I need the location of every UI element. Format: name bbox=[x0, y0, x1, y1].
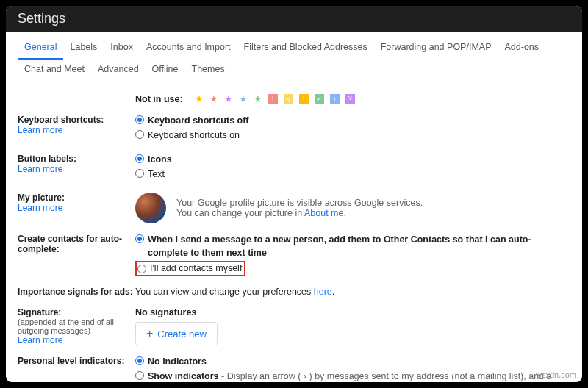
star-icon[interactable]: ★ bbox=[239, 93, 248, 104]
learn-more-link[interactable]: Learn more bbox=[18, 335, 135, 345]
tab-advanced[interactable]: Advanced bbox=[91, 60, 146, 82]
not-in-use-label: Not in use: bbox=[135, 94, 183, 104]
tab-offline[interactable]: Offline bbox=[146, 60, 185, 82]
settings-content: Not in use: ★★★★★!»!✓i? Keyboard shortcu… bbox=[6, 82, 582, 382]
picture-desc-1: Your Google profile picture is visible a… bbox=[176, 198, 423, 208]
radio-shortcuts-off[interactable] bbox=[135, 115, 144, 124]
radio-add-contacts-myself[interactable] bbox=[137, 265, 146, 273]
star-icon[interactable]: ★ bbox=[195, 93, 204, 104]
star-icon[interactable]: ★ bbox=[254, 93, 262, 104]
keyboard-shortcuts-label: Keyboard shortcuts: bbox=[18, 115, 135, 125]
signature-label: Signature: bbox=[18, 307, 135, 317]
flag-icon[interactable]: ! bbox=[299, 94, 309, 104]
radio-icons[interactable] bbox=[135, 154, 144, 163]
star-icon[interactable]: ★ bbox=[209, 93, 218, 104]
signature-sub: (appended at the end of all outgoing mes… bbox=[18, 317, 135, 335]
flag-icon[interactable]: i bbox=[330, 94, 340, 104]
radio-shortcuts-on[interactable] bbox=[135, 130, 144, 139]
preferences-here-link[interactable]: here bbox=[314, 287, 332, 297]
radio-no-indicators[interactable] bbox=[135, 356, 144, 365]
plus-icon: + bbox=[146, 328, 153, 340]
tab-addons[interactable]: Add-ons bbox=[498, 37, 545, 60]
flag-icon[interactable]: ✓ bbox=[315, 94, 324, 104]
tab-general[interactable]: General bbox=[18, 37, 63, 60]
radio-auto-add-contacts[interactable] bbox=[135, 234, 144, 243]
tabs-bar: General Labels Inbox Accounts and Import… bbox=[6, 32, 582, 82]
learn-more-link[interactable]: Learn more bbox=[18, 125, 135, 135]
learn-more-link[interactable]: Learn more bbox=[18, 203, 135, 213]
tab-themes[interactable]: Themes bbox=[185, 60, 232, 82]
learn-more-link[interactable]: Learn more bbox=[18, 164, 135, 174]
tab-chat[interactable]: Chat and Meet bbox=[18, 60, 91, 82]
radio-show-indicators[interactable] bbox=[135, 371, 144, 380]
star-icon[interactable]: ★ bbox=[224, 93, 233, 104]
tab-filters[interactable]: Filters and Blocked Addresses bbox=[237, 37, 374, 60]
tab-inbox[interactable]: Inbox bbox=[104, 37, 140, 60]
radio-text[interactable] bbox=[135, 169, 144, 178]
tab-accounts[interactable]: Accounts and Import bbox=[140, 37, 237, 60]
about-me-link[interactable]: About me bbox=[304, 208, 344, 218]
flag-icon[interactable]: ! bbox=[268, 94, 278, 104]
page-title: Settings bbox=[6, 6, 582, 32]
avatar[interactable] bbox=[135, 193, 166, 223]
star-icons[interactable]: ★★★★★!»!✓i? bbox=[195, 93, 355, 104]
no-signatures-text: No signatures bbox=[135, 307, 570, 317]
my-picture-label: My picture: bbox=[18, 193, 135, 203]
tab-labels[interactable]: Labels bbox=[63, 37, 104, 60]
picture-desc-2: You can change your picture in About me. bbox=[176, 208, 423, 218]
flag-icon[interactable]: ? bbox=[345, 94, 355, 104]
watermark: wsxdn.com bbox=[536, 370, 576, 379]
importance-signals-label: Importance signals for ads: bbox=[18, 287, 135, 297]
personal-level-label: Personal level indicators: bbox=[18, 356, 135, 366]
create-new-signature-button[interactable]: + Create new bbox=[135, 322, 218, 345]
button-labels-label: Button labels: bbox=[18, 154, 135, 164]
create-contacts-label: Create contacts for auto-complete: bbox=[18, 234, 135, 254]
flag-icon[interactable]: » bbox=[284, 94, 293, 104]
tab-forwarding[interactable]: Forwarding and POP/IMAP bbox=[374, 37, 498, 60]
